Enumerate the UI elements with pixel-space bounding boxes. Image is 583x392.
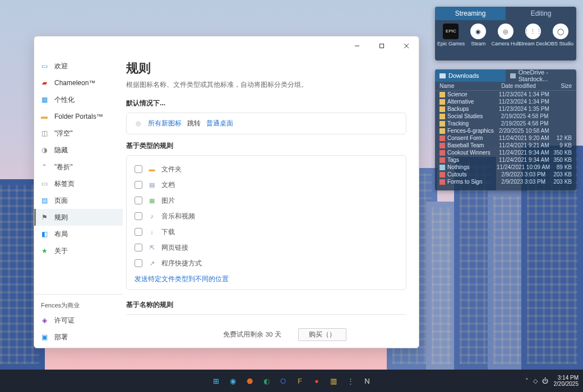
file-name: Cookout Winners bbox=[447, 150, 491, 156]
shortcut-icon: ↗ bbox=[148, 259, 156, 267]
rollup-icon: ⌃ bbox=[40, 162, 49, 171]
media-icon: ♪ bbox=[148, 212, 156, 220]
file-name: Forms to Sign bbox=[447, 179, 482, 185]
sidebar-item-chameleon[interactable]: ▰Chameleon™ bbox=[34, 74, 123, 91]
default-card: ◎ 所有新图标 跳转 普通桌面 bbox=[126, 113, 406, 134]
file-name: Consent Form bbox=[447, 135, 483, 141]
sidebar-item-license[interactable]: ◈许可证 bbox=[34, 312, 123, 329]
sidebar-item-welcome[interactable]: ▭欢迎 bbox=[34, 58, 123, 74]
launcher-camera-hub[interactable]: ◎Camera Hub bbox=[493, 24, 519, 46]
taskbar-app4[interactable]: ◐ bbox=[260, 374, 273, 388]
sidebar-item-layout[interactable]: ◧布局 bbox=[34, 226, 123, 242]
fence-tab-downloads[interactable]: Downloads bbox=[435, 69, 506, 82]
launcher-steam[interactable]: ◉Steam bbox=[465, 24, 491, 46]
sidebar-item-label: "浮空" bbox=[54, 129, 73, 138]
folder-icon bbox=[439, 99, 445, 105]
sidebar-item-rules[interactable]: ⚑规则 bbox=[34, 209, 123, 226]
sidebar-item-label: 标签页 bbox=[54, 179, 75, 189]
default-prefix-link[interactable]: 所有新图标 bbox=[148, 119, 182, 128]
buy-button[interactable]: 购买（） bbox=[298, 328, 346, 341]
rule-label: 图片 bbox=[161, 196, 175, 206]
more-types-link[interactable]: 发送特定文件类型到不同的位置 bbox=[135, 271, 398, 284]
taskbar-edge[interactable]: ◉ bbox=[226, 374, 239, 388]
file-date: 2/19/2025 4:58 PM bbox=[501, 113, 549, 119]
col-date: Date modified bbox=[501, 83, 548, 89]
launcher-epic-games[interactable]: EPICEpic Games bbox=[438, 24, 464, 46]
fence-row[interactable]: Backups11/23/2024 1:35 PM bbox=[435, 105, 576, 113]
download-icon: ↓ bbox=[148, 228, 156, 236]
fence-row[interactable]: Fences-6-graphics2/20/2025 10:58 AM bbox=[435, 127, 576, 134]
taskbar-app10[interactable]: N bbox=[360, 374, 374, 388]
file-name: Cutouts bbox=[447, 171, 466, 178]
rule-checkbox[interactable] bbox=[135, 165, 142, 173]
app-label: Epic Games bbox=[437, 41, 465, 46]
fence-row[interactable]: Cutouts2/9/2023 3:03 PM203 KB bbox=[435, 171, 576, 178]
tray-icon-0[interactable]: ˄ bbox=[525, 377, 529, 385]
sidebar-item-rollup[interactable]: ⌃"卷折" bbox=[34, 158, 123, 175]
fence-row[interactable]: Social Studies2/19/2025 4:58 PM bbox=[435, 113, 576, 120]
launcher-obs-studio[interactable]: ◯OBS Studio bbox=[548, 24, 573, 46]
sidebar-item-about[interactable]: ★关于 bbox=[34, 242, 123, 259]
fence-row[interactable]: Forms to Sign2/9/2023 3:03 PM203 KB bbox=[435, 178, 576, 185]
sidebar-item-tabs[interactable]: ▭标签页 bbox=[34, 175, 123, 192]
name-rules-card bbox=[126, 314, 406, 316]
tray-icon-1[interactable]: ◇ bbox=[533, 377, 538, 385]
taskbar-explorer[interactable]: ▥ bbox=[327, 374, 340, 388]
rule-row[interactable]: ♪音乐和视频 bbox=[135, 208, 398, 224]
fence-row[interactable]: Alternative11/23/2024 1:34 PM bbox=[435, 98, 576, 105]
default-target-link[interactable]: 普通桌面 bbox=[206, 119, 233, 128]
fence-tab-onedrive[interactable]: OneDrive - Stardock... bbox=[506, 69, 576, 82]
minimize-button[interactable] bbox=[345, 38, 369, 54]
rule-row[interactable]: ▬文件夹 bbox=[135, 161, 398, 177]
taskbar-app6[interactable]: F bbox=[293, 374, 307, 388]
rule-label: 文件夹 bbox=[161, 165, 182, 174]
app-label: Stream Deck bbox=[519, 41, 548, 46]
sidebar-item-pages[interactable]: ▤页面 bbox=[34, 192, 123, 209]
fence-row[interactable]: Consent Form11/24/2021 9:20 AM12 KB bbox=[435, 134, 576, 142]
taskbar-office[interactable]: ⬣ bbox=[243, 374, 256, 388]
taskbar-app7[interactable]: ● bbox=[310, 374, 323, 388]
taskbar-app5[interactable]: O bbox=[276, 374, 290, 388]
rule-checkbox[interactable] bbox=[135, 197, 142, 204]
applet-tab-streaming[interactable]: Streaming bbox=[435, 7, 506, 20]
rule-row[interactable]: ⇱网页链接 bbox=[135, 240, 398, 255]
fence-row[interactable]: Tags11/24/2021 9:34 AM350 KB bbox=[435, 156, 576, 164]
launcher-stream-deck[interactable]: ⋮⋮⋮Stream Deck bbox=[520, 24, 546, 46]
tray-icon-2[interactable]: ⏻ bbox=[542, 377, 548, 385]
taskbar-app9[interactable]: ⋮ bbox=[344, 374, 357, 388]
fence-downloads: Downloads OneDrive - Stardock... Name Da… bbox=[435, 69, 576, 190]
rule-checkbox[interactable] bbox=[135, 228, 142, 236]
maximize-button[interactable] bbox=[369, 38, 394, 54]
sidebar-item-label: 规则 bbox=[54, 213, 68, 222]
rules-icon: ⚑ bbox=[40, 213, 49, 222]
rule-checkbox[interactable] bbox=[135, 212, 142, 220]
applet-tab-editing[interactable]: Editing bbox=[506, 7, 576, 20]
fence-row[interactable]: Tracking2/19/2025 4:58 PM bbox=[435, 120, 576, 127]
rule-checkbox[interactable] bbox=[135, 244, 142, 251]
fence-row[interactable]: Cookout Winners11/24/2021 9:34 AM350 KB bbox=[435, 149, 576, 156]
rule-row[interactable]: ▦图片 bbox=[135, 193, 398, 208]
close-button[interactable] bbox=[394, 38, 419, 54]
folder-icon bbox=[510, 73, 516, 78]
sidebar-item-label: 布局 bbox=[54, 230, 68, 239]
fence-row[interactable]: Baseball Team11/24/2021 9:21 AM9 KB bbox=[435, 142, 576, 149]
taskbar-start[interactable]: ⊞ bbox=[209, 374, 223, 388]
welcome-icon: ▭ bbox=[40, 62, 49, 71]
sidebar-item-folder[interactable]: ▬Folder Portals™ bbox=[34, 108, 123, 125]
rule-row[interactable]: ▤文档 bbox=[135, 177, 398, 193]
file-name: Tracking bbox=[447, 120, 469, 127]
rule-row[interactable]: ↗程序快捷方式 bbox=[135, 255, 398, 271]
fence-row[interactable]: Nothings11/24/2021 10:09 AM89 KB bbox=[435, 164, 576, 171]
sidebar-item-personalize[interactable]: ▦个性化 bbox=[34, 91, 123, 108]
sidebar-item-float[interactable]: ◫"浮空" bbox=[34, 125, 123, 142]
rule-checkbox[interactable] bbox=[135, 259, 142, 267]
rule-label: 下载 bbox=[161, 227, 175, 237]
rule-checkbox[interactable] bbox=[135, 181, 142, 189]
sidebar-item-deploy[interactable]: ▣部署 bbox=[34, 329, 123, 346]
trial-text: 免费试用剩余 30 天 bbox=[223, 330, 281, 339]
fence-row[interactable]: Science11/23/2024 1:34 PM bbox=[435, 91, 576, 98]
taskbar-clock[interactable]: 3:14 PM 2/20/2025 bbox=[554, 375, 579, 388]
rule-row[interactable]: ↓下载 bbox=[135, 224, 398, 240]
sidebar-item-label: "卷折" bbox=[54, 162, 73, 172]
sidebar-item-hide[interactable]: ◑隐藏 bbox=[34, 142, 123, 158]
